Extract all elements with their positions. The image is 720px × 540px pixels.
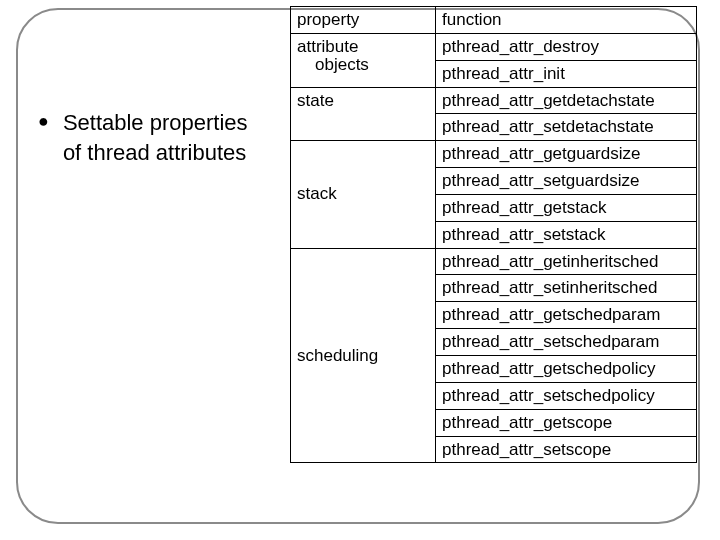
cell-function: pthread_attr_getstack	[436, 194, 697, 221]
properties-table: property function attribute objects pthr…	[290, 6, 697, 463]
cell-function: pthread_attr_setschedpolicy	[436, 382, 697, 409]
cell-function: pthread_attr_setinheritsched	[436, 275, 697, 302]
header-function: function	[436, 7, 697, 34]
cell-property-attribute-objects: attribute objects	[291, 33, 436, 87]
cell-function: pthread_attr_setdetachstate	[436, 114, 697, 141]
cell-property-state: state	[291, 87, 436, 141]
table-row: scheduling pthread_attr_getinheritsched	[291, 248, 697, 275]
bullet-item: ● Settable properties of thread attribut…	[38, 108, 268, 167]
cell-function: pthread_attr_getinheritsched	[436, 248, 697, 275]
cell-function: pthread_attr_getschedpolicy	[436, 355, 697, 382]
bullet-dot-icon: ●	[38, 108, 49, 135]
header-property: property	[291, 7, 436, 34]
slide: ● Settable properties of thread attribut…	[0, 0, 720, 540]
cell-function: pthread_attr_setscope	[436, 436, 697, 463]
table-header-row: property function	[291, 7, 697, 34]
cell-function: pthread_attr_getguardsize	[436, 141, 697, 168]
cell-function: pthread_attr_init	[436, 60, 697, 87]
cell-function: pthread_attr_destroy	[436, 33, 697, 60]
cell-function: pthread_attr_setguardsize	[436, 168, 697, 195]
table-row: stack pthread_attr_getguardsize	[291, 141, 697, 168]
cell-function: pthread_attr_setschedparam	[436, 329, 697, 356]
cell-function: pthread_attr_getscope	[436, 409, 697, 436]
prop-line2: objects	[297, 56, 427, 74]
cell-function: pthread_attr_getschedparam	[436, 302, 697, 329]
cell-property-stack: stack	[291, 141, 436, 248]
table-row: state pthread_attr_getdetachstate	[291, 87, 697, 114]
prop-line1: attribute	[297, 37, 358, 56]
cell-function: pthread_attr_getdetachstate	[436, 87, 697, 114]
cell-property-scheduling: scheduling	[291, 248, 436, 463]
table-row: attribute objects pthread_attr_destroy	[291, 33, 697, 60]
cell-function: pthread_attr_setstack	[436, 221, 697, 248]
bullet-block: ● Settable properties of thread attribut…	[38, 108, 268, 167]
bullet-text: Settable properties of thread attributes	[63, 108, 268, 167]
